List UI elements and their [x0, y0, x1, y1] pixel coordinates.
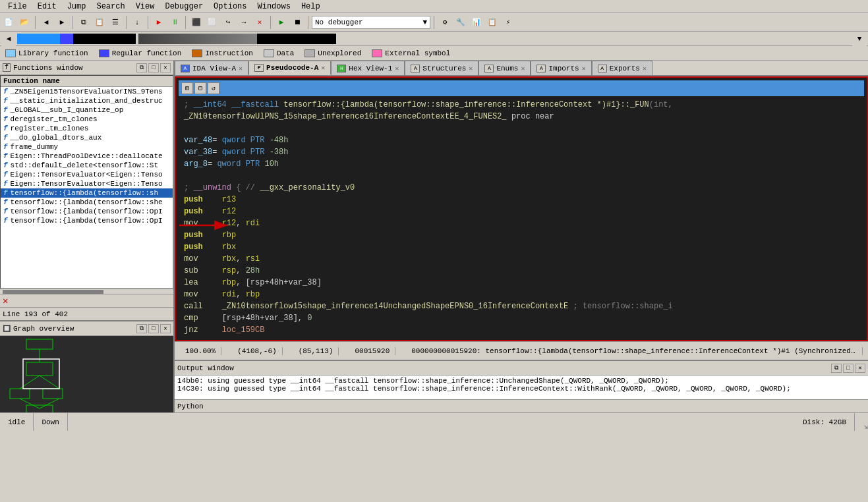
new-btn[interactable]: 📄 — [1, 15, 16, 30]
menu-debugger[interactable]: Debugger — [159, 2, 208, 11]
func-item-2[interactable]: f _GLOBAL__sub_I_quantize_op — [1, 105, 173, 115]
menu-file[interactable]: File — [3, 2, 32, 11]
func-item-12[interactable]: f tensorflow::{lambda(tensorflow::she — [1, 198, 173, 207]
copy-btn[interactable]: ⧉ — [76, 15, 91, 30]
step3-btn[interactable]: ✕ — [252, 15, 267, 30]
code-push-r12-instr: push — [184, 207, 203, 216]
func-item-11[interactable]: f tensorflow::{lambda(tensorflow::sh — [1, 188, 173, 198]
tab-structures[interactable]: A Structures ✕ — [405, 61, 478, 75]
forward-btn[interactable]: ▶ — [55, 15, 69, 30]
func-item-0[interactable]: f _ZN5Eigen15TensorEvaluatorINS_9Tens — [1, 87, 173, 96]
debugger-selector[interactable]: No debugger ▼ — [312, 16, 430, 29]
pause-btn[interactable]: ⏹ — [290, 15, 304, 30]
legend-regular: Regular function — [99, 49, 182, 57]
bottom-status-bar: idle Down Disk: 42GB ⇲ — [0, 412, 868, 431]
menu-help[interactable]: Help — [296, 2, 326, 11]
functions-hscroll[interactable] — [0, 289, 173, 294]
graph-restore-btn[interactable]: ⧉ — [136, 324, 147, 333]
output-close-btn[interactable]: ✕ — [855, 364, 865, 373]
menu-view[interactable]: View — [130, 2, 160, 11]
output-restore-btn[interactable]: ⧉ — [831, 364, 842, 373]
code-cmp-spaces — [198, 314, 222, 323]
func-item-13[interactable]: f tensorflow::{lambda(tensorflow::OpI — [1, 207, 173, 216]
code-area[interactable]: ⊞ ⊟ ↺ ; __int64 __fastcall tensorflow::{… — [175, 76, 868, 341]
func-item-9[interactable]: f Eigen::TensorEvaluator<Eigen::Tenso — [1, 170, 173, 179]
menu-jump[interactable]: Jump — [62, 2, 92, 11]
tab-exports[interactable]: A Exports ✕ — [592, 61, 652, 75]
code-call-instr: call — [184, 302, 203, 311]
menu-search[interactable]: Search — [91, 2, 130, 11]
func-icon-11: f — [3, 189, 8, 197]
func-item-10[interactable]: f Eigen::TensorEvaluator<Eigen::Tenso — [1, 179, 173, 188]
code-push-rbx: push rbx — [184, 241, 859, 253]
functions-maximize-btn[interactable]: □ — [148, 63, 159, 72]
func-item-4[interactable]: f register_tm_clones — [1, 124, 173, 133]
output-maximize-btn[interactable]: □ — [843, 364, 854, 373]
run-btn[interactable]: ▶ — [152, 15, 166, 30]
run2-btn[interactable]: ▶ — [274, 15, 289, 30]
paste-btn[interactable]: 📋 — [92, 15, 107, 30]
code-push-rbx-instr: push — [184, 242, 203, 252]
functions-close-btn[interactable]: ✕ — [160, 63, 171, 72]
dbg-btn3[interactable]: 📊 — [469, 15, 484, 30]
step2-btn[interactable]: → — [237, 15, 251, 30]
code-btn3[interactable]: ↺ — [208, 82, 219, 94]
code-var48-val: -48h — [270, 136, 289, 145]
dbg-btn2[interactable]: 🔧 — [453, 15, 468, 30]
output-content[interactable]: 14bb0: using guessed type __int64 __fast… — [175, 376, 868, 399]
code-cmp: cmp [rsp+48h+var_38], 0 — [184, 312, 859, 324]
functions-title: Functions window — [13, 64, 83, 72]
tab-idaview[interactable]: A IDA View-A ✕ — [175, 61, 248, 75]
nav-btn2[interactable]: ▼ — [852, 32, 867, 46]
tab-idaview-close[interactable]: ✕ — [239, 65, 243, 72]
bp2-btn[interactable]: ⬜ — [205, 15, 219, 30]
tab-pseudocode[interactable]: P Pseudocode-A ✕ — [248, 61, 331, 75]
tab-hex-icon: H — [337, 65, 346, 72]
menu-edit[interactable]: Edit — [32, 2, 62, 11]
select-btn[interactable]: ☰ — [108, 15, 123, 30]
code-btn2[interactable]: ⊟ — [194, 82, 206, 94]
right-panel: A IDA View-A ✕ P Pseudocode-A ✕ H Hex Vi… — [175, 61, 868, 412]
open-btn[interactable]: 📂 — [17, 15, 32, 30]
bp-btn[interactable]: ⬛ — [189, 15, 204, 30]
graph-close-btn[interactable]: ✕ — [160, 324, 171, 333]
tab-enums[interactable]: A Enums ✕ — [478, 61, 531, 75]
dbg-btn1[interactable]: ⚙ — [438, 15, 452, 30]
nav-btn1[interactable]: ◀ — [1, 32, 16, 46]
graph-title-label: Graph overview — [13, 325, 74, 333]
dbg-btn4[interactable]: 📋 — [485, 15, 500, 30]
tab-struct-close[interactable]: ✕ — [469, 65, 473, 72]
back-btn[interactable]: ◀ — [39, 15, 53, 30]
func-item-14[interactable]: f tensorflow::{lambda(tensorflow::OpI — [1, 216, 173, 225]
tab-enum-close[interactable]: ✕ — [521, 65, 525, 72]
functions-restore-btn[interactable]: ⧉ — [136, 63, 147, 72]
tab-hexview[interactable]: H Hex View-1 ✕ — [331, 61, 405, 75]
close-x-icon[interactable]: ✕ — [3, 295, 8, 306]
menu-options[interactable]: Options — [208, 2, 252, 11]
func-item-1[interactable]: f __static_initialization_and_destruc — [1, 96, 173, 105]
tab-export-close[interactable]: ✕ — [643, 65, 647, 72]
func-item-8[interactable]: f std::default_delete<tensorflow::St — [1, 161, 173, 170]
functions-list[interactable]: Function name f _ZN5Eigen15TensorEvaluat… — [0, 75, 173, 289]
tab-pseudo-close[interactable]: ✕ — [321, 64, 325, 72]
func-label-13: tensorflow::{lambda(tensorflow::OpI — [11, 208, 163, 215]
bs-disk: Disk: 42GB — [795, 413, 855, 431]
step-btn[interactable]: ↪ — [221, 15, 235, 30]
bs-resize-corner[interactable]: ⇲ — [855, 413, 868, 431]
graph-icon: 🔲 — [3, 325, 11, 333]
tab-hex-close[interactable]: ✕ — [395, 65, 399, 72]
tab-import-close[interactable]: ✕ — [582, 65, 586, 72]
func-item-3[interactable]: f deregister_tm_clones — [1, 115, 173, 124]
stop-btn[interactable]: ⏸ — [167, 15, 182, 30]
down-btn[interactable]: ↓ — [130, 15, 144, 30]
legend-library-label: Library function — [18, 49, 88, 57]
code-btn1[interactable]: ⊞ — [181, 82, 193, 94]
dbg-btn5[interactable]: ⚡ — [501, 15, 515, 30]
tab-imports[interactable]: A Imports ✕ — [531, 61, 591, 75]
graph-maximize-btn[interactable]: □ — [148, 324, 159, 333]
menu-windows[interactable]: Windows — [252, 2, 296, 11]
func-item-7[interactable]: f Eigen::ThreadPoolDevice::deallocate — [1, 152, 173, 161]
nav-progress-fill — [17, 34, 60, 44]
func-item-5[interactable]: f __do_global_dtors_aux — [1, 133, 173, 142]
func-item-6[interactable]: f frame_dummy — [1, 142, 173, 152]
